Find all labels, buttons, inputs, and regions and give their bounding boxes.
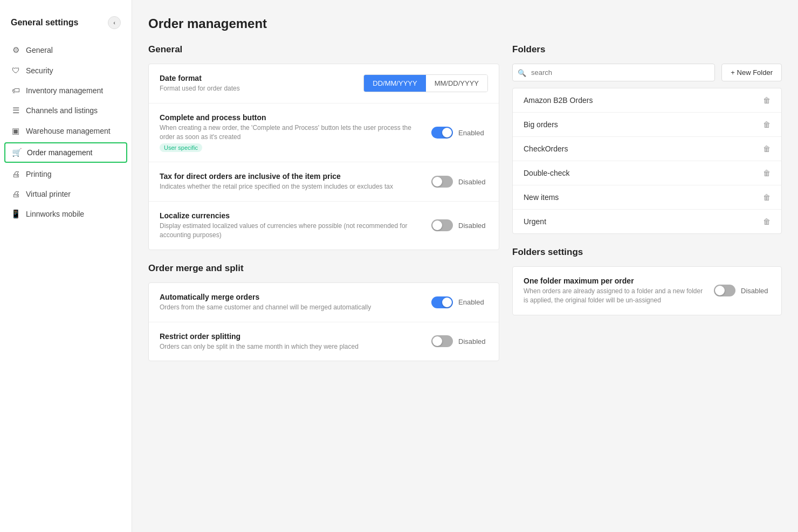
sidebar-item-label: Printing [26,170,51,178]
date-format-dmy[interactable]: DD/MM/YYYY [364,75,425,92]
folders-card: Amazon B2B Orders 🗑 Big orders 🗑 CheckOr… [512,88,782,234]
sidebar-item-label: General [26,46,53,54]
folder-name: Amazon B2B Orders [524,96,593,105]
complete-process-desc: When creating a new order, the 'Complete… [160,123,421,142]
folders-search-wrap: 🔍 [512,64,715,81]
page-title: Order management [148,16,782,31]
general-settings-card: Date format Format used for order dates … [148,64,499,250]
date-format-info: Date format Format used for order dates [160,74,353,93]
sidebar-item-security[interactable]: 🛡 Security [0,60,132,80]
auto-merge-status: Enabled [458,298,488,306]
order-merge-section-title: Order merge and split [148,263,499,274]
auto-merge-control: Enabled [431,296,488,308]
one-folder-max-status: Disabled [741,287,771,295]
toggle-knob [432,177,442,186]
mobile-icon: 📱 [11,209,20,219]
sidebar-item-label: Channels and listings [26,106,98,115]
localize-currencies-desc: Display estimated localized values of cu… [160,222,421,240]
toggle-knob [442,298,452,307]
sidebar-item-channels-listings[interactable]: ☰ Channels and listings [0,100,132,121]
tax-info: Tax for direct orders are inclusive of t… [160,172,421,191]
auto-merge-desc: Orders from the same customer and channe… [160,303,421,312]
folders-section-title: Folders [512,44,782,55]
tax-toggle[interactable] [431,176,453,188]
toggle-knob [442,128,452,137]
folder-name: New items [524,193,559,202]
folders-settings-card: One folder maximum per order When orders… [512,266,782,315]
tax-row: Tax for direct orders are inclusive of t… [149,162,499,202]
collapse-button[interactable]: ‹ [108,16,121,29]
one-folder-max-toggle[interactable] [714,285,735,296]
restrict-splitting-status: Disabled [458,337,488,346]
tag-icon: 🏷 [11,86,20,95]
auto-merge-name: Automatically merge orders [160,293,421,301]
folders-settings-title: Folders settings [512,247,782,258]
restrict-splitting-row: Restrict order splitting Orders can only… [149,322,499,361]
delete-icon[interactable]: 🗑 [763,217,771,226]
order-merge-card: Automatically merge orders Orders from t… [148,282,499,362]
sidebar-item-virtual-printer[interactable]: 🖨 Virtual printer [0,184,132,204]
one-folder-max-info: One folder maximum per order When orders… [524,277,703,305]
folder-row-amazon: Amazon B2B Orders 🗑 [513,88,781,113]
user-specific-tag: User specific [160,143,202,152]
toggle-knob [432,336,442,346]
virtual-printer-icon: 🖨 [11,189,20,198]
sidebar-item-label: Warehouse management [26,127,111,135]
sidebar-item-label: Virtual printer [26,190,71,198]
sidebar-item-printing[interactable]: 🖨 Printing [0,164,132,184]
complete-process-status: Enabled [458,129,488,137]
right-panel: Folders 🔍 + New Folder Amazon B2B Orders… [512,44,782,374]
sidebar-item-label: Inventory management [26,86,103,95]
folder-name: Double-check [524,169,570,177]
localize-currencies-row: Localize currencies Display estimated lo… [149,202,499,250]
tax-desc: Indicates whether the retail price speci… [160,182,421,191]
one-folder-max-row: One folder maximum per order When orders… [513,267,781,315]
date-format-mdy[interactable]: MM/DD/YYYY [426,75,487,92]
one-folder-max-name: One folder maximum per order [524,277,703,285]
print-icon: 🖨 [11,169,20,178]
date-format-control: DD/MM/YYYY MM/DD/YYYY [363,74,488,92]
folder-name: Urgent [524,217,546,226]
sidebar-item-warehouse-management[interactable]: ▣ Warehouse management [0,121,132,141]
folder-name: Big orders [524,120,558,129]
complete-process-toggle[interactable] [431,127,453,139]
delete-icon[interactable]: 🗑 [763,96,771,105]
new-folder-button[interactable]: + New Folder [721,64,782,81]
toggle-knob [715,286,725,295]
sidebar-item-label: Order management [27,148,92,157]
localize-currencies-info: Localize currencies Display estimated lo… [160,211,421,240]
content-layout: General Date format Format used for orde… [148,44,782,374]
complete-process-name: Complete and process button [160,113,421,122]
auto-merge-toggle[interactable] [431,296,453,308]
sidebar-title-text: General settings [11,18,78,27]
sidebar: General settings ‹ ⚙ General 🛡 Security … [0,0,132,532]
delete-icon[interactable]: 🗑 [763,193,771,202]
delete-icon[interactable]: 🗑 [763,120,771,129]
sidebar-item-linnworks-mobile[interactable]: 📱 Linnworks mobile [0,204,132,224]
shield-icon: 🛡 [11,66,20,75]
date-format-toggle-group[interactable]: DD/MM/YYYY MM/DD/YYYY [363,74,488,92]
auto-merge-info: Automatically merge orders Orders from t… [160,293,421,312]
restrict-splitting-toggle[interactable] [431,335,453,347]
folders-search-input[interactable] [512,64,715,81]
folder-row-check-orders: CheckOrders 🗑 [513,137,781,161]
delete-icon[interactable]: 🗑 [763,144,771,153]
main-content: Order management General Date format For… [132,0,798,532]
folder-row-double-check: Double-check 🗑 [513,161,781,185]
restrict-splitting-desc: Orders can only be split in the same mon… [160,342,421,351]
gear-icon: ⚙ [11,45,20,55]
list-icon: ☰ [11,106,20,115]
sidebar-item-inventory-management[interactable]: 🏷 Inventory management [0,80,132,100]
sidebar-item-general[interactable]: ⚙ General [0,40,132,60]
restrict-splitting-control: Disabled [431,335,488,347]
folder-row-urgent: Urgent 🗑 [513,210,781,233]
search-icon: 🔍 [518,68,526,77]
tax-status: Disabled [458,178,488,186]
tax-control: Disabled [431,176,488,188]
delete-icon[interactable]: 🗑 [763,169,771,177]
sidebar-item-order-management[interactable]: 🛒 Order management [4,142,127,163]
complete-process-info: Complete and process button When creatin… [160,113,421,153]
localize-currencies-toggle[interactable] [431,219,453,231]
date-format-desc: Format used for order dates [160,84,353,93]
one-folder-max-control: Disabled [714,285,771,296]
